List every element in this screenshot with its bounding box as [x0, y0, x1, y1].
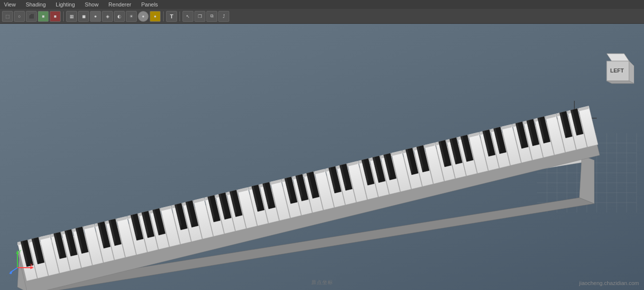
select-mode-btn[interactable]: ⬚ [2, 11, 13, 22]
wire-btn[interactable]: ▦ [66, 11, 77, 22]
svg-line-38 [10, 268, 17, 273]
tex-btn[interactable]: ◈ [102, 11, 113, 22]
smooth-btn[interactable]: ◼ [78, 11, 89, 22]
red-btn[interactable]: ■ [50, 11, 61, 22]
svg-text:LEFT: LEFT [610, 68, 624, 73]
sep3 [180, 11, 180, 21]
svg-text:X: X [30, 263, 33, 268]
t-label[interactable]: T [166, 11, 177, 22]
sphere-btn[interactable]: ● [90, 11, 101, 22]
yellow-btn[interactable]: ● [150, 11, 161, 22]
toolbar: ⬚ ○ ⬛ ■ ■ ▦ ◼ ● ◈ ◐ ☀ ● ● T ↖ ❐ ⧉ ⤴ [0, 9, 644, 24]
svg-text:Y: Y [18, 249, 21, 254]
menu-lighting[interactable]: Lighting [54, 1, 77, 7]
svg-marker-30 [607, 81, 634, 83]
menu-shading[interactable]: Shading [24, 1, 48, 7]
menubar: View Shading Lighting Show Renderer Pane… [0, 0, 644, 9]
menu-show[interactable]: Show [83, 1, 101, 7]
copy-btn[interactable]: ❐ [194, 11, 205, 22]
col-btn[interactable]: ■ [38, 11, 49, 22]
paint-select-btn[interactable]: ⬛ [26, 11, 37, 22]
material-btn[interactable]: ● [138, 11, 149, 22]
svg-marker-29 [629, 61, 634, 83]
viewport[interactable]: // This won't execute in SVG context, us… [0, 24, 644, 290]
svg-marker-27 [607, 54, 629, 61]
watermark: jiaocheng.chazidian.com [579, 280, 639, 286]
xray-btn[interactable]: ◐ [114, 11, 125, 22]
center-coords: 原点坐标 [311, 279, 333, 286]
menu-renderer[interactable]: Renderer [106, 1, 133, 7]
lasso-btn[interactable]: ○ [14, 11, 25, 22]
menu-panels[interactable]: Panels [139, 1, 160, 7]
piano-viewport-svg [0, 24, 644, 290]
sep1 [63, 11, 64, 21]
svg-marker-26 [579, 155, 594, 204]
view-cube[interactable]: LEFT [597, 51, 634, 88]
share-btn[interactable]: ⤴ [218, 11, 229, 22]
menu-view[interactable]: View [2, 1, 18, 7]
svg-rect-3 [0, 24, 644, 290]
arrow-btn[interactable]: ↖ [183, 11, 193, 22]
light-btn[interactable]: ☀ [126, 11, 137, 22]
axes-display: Y X [7, 248, 35, 275]
paste-btn[interactable]: ⧉ [206, 11, 217, 22]
sep2 [163, 11, 164, 21]
